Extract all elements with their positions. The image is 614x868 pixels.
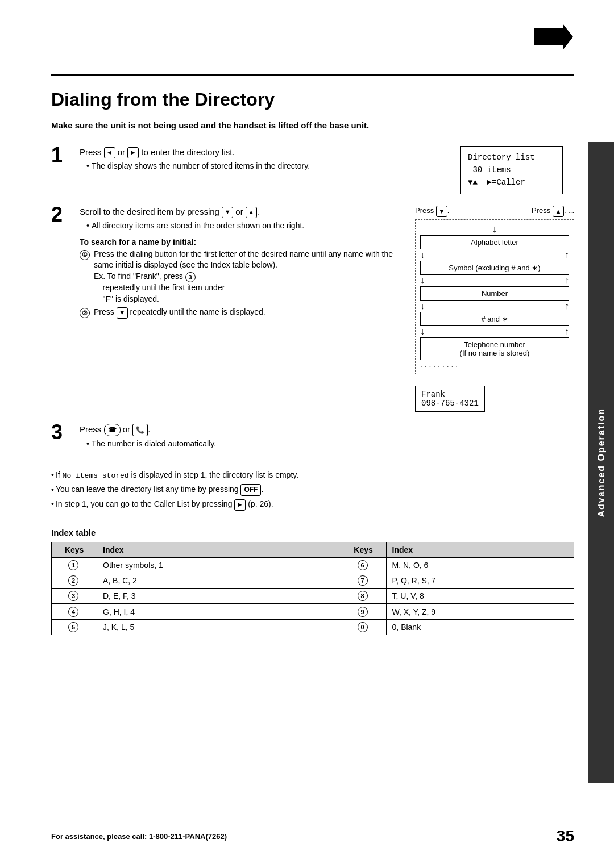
up-nav: ▲	[553, 206, 564, 217]
footer-assistance: For assistance, please call: 1-800-211-P…	[51, 832, 227, 841]
col-keys-1: Keys	[52, 542, 97, 557]
key-left-1: 2	[52, 573, 97, 588]
intro-text: Make sure the unit is not being used and…	[51, 119, 574, 132]
col-keys-2: Keys	[341, 542, 386, 557]
index-left-0: Other symbols, 1	[97, 557, 341, 573]
index-row-4: 5J, K, L, 500, Blank	[52, 619, 574, 635]
down-nav: ▼	[436, 206, 447, 217]
footer: For assistance, please call: 1-800-211-P…	[51, 821, 574, 845]
index-row-2: 3D, E, F, 38T, U, V, 8	[52, 589, 574, 604]
off-button: OFF	[240, 484, 261, 496]
key-right-1: 7	[341, 573, 386, 588]
note-2: You can leave the directory list any tim…	[51, 484, 574, 496]
diagram-alphabet: Alphabet letter	[420, 235, 569, 249]
step-2-diagram: Press ▼. Press ▲. ... ↓ Alphabet letter …	[415, 206, 574, 412]
right-btn-note: ►	[234, 499, 246, 511]
next-arrow-icon	[529, 23, 574, 51]
index-section: Index table Keys Index Keys Index 1Other…	[51, 528, 574, 635]
index-right-2: T, U, V, 8	[386, 589, 574, 604]
index-left-3: G, H, I, 4	[97, 604, 341, 619]
svg-marker-0	[534, 24, 573, 50]
key-right-2: 8	[341, 589, 386, 604]
down-btn-2: ▼	[117, 307, 128, 319]
index-right-1: P, Q, R, S, 7	[386, 573, 574, 588]
sub-heading-search: To search for a name by initial:	[80, 237, 404, 247]
circ-item-2: ② Press ▼ repeatedly until the name is d…	[80, 307, 404, 318]
key-right-4: 0	[341, 619, 386, 635]
index-right-4: 0, Blank	[386, 619, 574, 635]
diagram-hash-star: # and ∗	[420, 312, 569, 326]
sidebar-text: Advanced Operation	[596, 408, 607, 517]
step-3-bullet: The number is dialed automatically.	[86, 439, 574, 450]
press-up-label: Press ▲. ...	[532, 206, 574, 217]
key-right-3: 9	[341, 604, 386, 619]
step-3-number: 3	[51, 421, 80, 444]
step-1-number: 1	[51, 144, 80, 166]
index-row-0: 1Other symbols, 16M, N, O, 6	[52, 557, 574, 573]
step-1-content: Press ◄ or ► to enter the directory list…	[80, 146, 574, 194]
step-2-content: Scroll to the desired item by pressing ▼…	[80, 206, 574, 412]
step-1-bullet: The display shows the number of stored i…	[86, 161, 438, 172]
step-1-main-text: Press ◄ or ► to enter the directory list…	[80, 146, 438, 159]
key-right-0: 6	[341, 557, 386, 573]
index-right-0: M, N, O, 6	[386, 557, 574, 573]
circ-1: ①	[80, 250, 90, 260]
index-left-4: J, K, L, 5	[97, 619, 341, 635]
step-3-main-text: Press ☎ or 📞.	[80, 423, 574, 436]
index-left-2: D, E, F, 3	[97, 589, 341, 604]
press-down-label: Press ▼.	[415, 206, 449, 217]
key-left-4: 5	[52, 619, 97, 635]
step-2-main-text: Scroll to the desired item by pressing ▼…	[80, 206, 404, 219]
handset-btn: ☎	[104, 424, 121, 436]
index-table: Keys Index Keys Index 1Other symbols, 16…	[51, 542, 574, 635]
page-number: 35	[557, 827, 574, 845]
up-btn: ▲	[246, 207, 257, 218]
frank-display-box: Frank098-765-4321	[415, 381, 574, 412]
step-1: 1 Press ◄ or ► to enter the directory li…	[51, 146, 574, 194]
col-index-2: Index	[386, 542, 574, 557]
step-2-bullet: All directory items are stored in the or…	[86, 220, 404, 232]
col-index-1: Index	[97, 542, 341, 557]
key-left-0: 1	[52, 557, 97, 573]
index-left-1: A, B, C, 2	[97, 573, 341, 588]
directory-display-box: Directory list 30 items ▼▲ ►=Caller	[460, 146, 574, 194]
speaker-btn: 📞	[132, 424, 148, 436]
key-left-2: 3	[52, 589, 97, 604]
diagram-symbol: Symbol (excluding # and ∗)	[420, 261, 569, 275]
steps-section: 1 Press ◄ or ► to enter the directory li…	[51, 146, 574, 461]
diagram-dashed-box: ↓ Alphabet letter ↓↑ Symbol (excluding #…	[415, 219, 574, 374]
index-right-3: W, X, Y, Z, 9	[386, 604, 574, 619]
diagram-tel-number: Telephone number(If no name is stored)	[420, 337, 569, 360]
circ-3: 3	[185, 272, 196, 282]
right-arrow-btn: ►	[127, 147, 139, 158]
note-1: If No items stored is displayed in step …	[51, 470, 574, 481]
step-3-content: Press ☎ or 📞. The number is dialed autom…	[80, 423, 574, 450]
index-table-title: Index table	[51, 528, 574, 537]
diagram-number: Number	[420, 286, 569, 301]
page-title: Dialing from the Directory	[51, 89, 574, 110]
step-3: 3 Press ☎ or 📞. The number is dialed aut…	[51, 423, 574, 450]
sidebar: Advanced Operation	[588, 142, 614, 783]
notes-section: If No items stored is displayed in step …	[51, 470, 574, 510]
index-row-3: 4G, H, I, 49W, X, Y, Z, 9	[52, 604, 574, 619]
circ-item-1: ① Press the dialing button for the first…	[80, 249, 404, 305]
step-2-number: 2	[51, 203, 80, 226]
left-arrow-btn: ◄	[104, 147, 115, 158]
index-row-1: 2A, B, C, 27P, Q, R, S, 7	[52, 573, 574, 588]
note-3: In step 1, you can go to the Caller List…	[51, 499, 574, 510]
top-divider	[51, 74, 574, 76]
down-btn: ▼	[222, 207, 233, 218]
key-left-3: 4	[52, 604, 97, 619]
circ-2: ②	[80, 308, 90, 318]
step-2: 2 Scroll to the desired item by pressing…	[51, 206, 574, 412]
